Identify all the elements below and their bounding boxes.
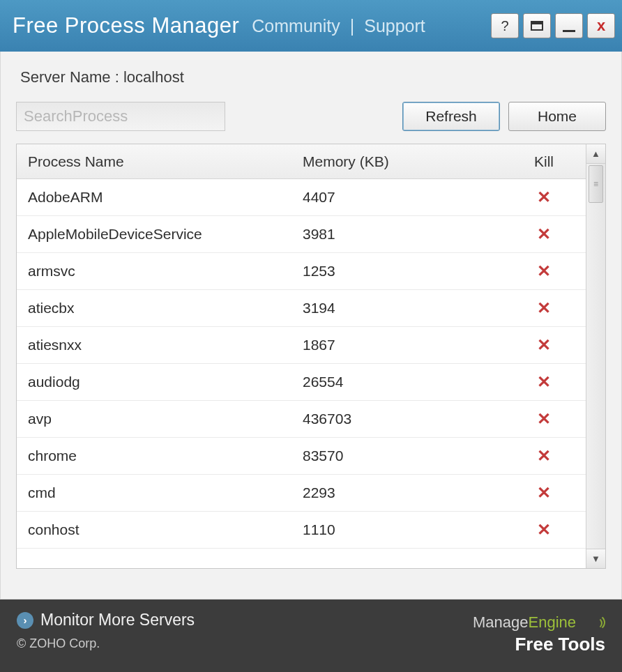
table-row: avp436703✕ <box>17 401 586 438</box>
header-kill[interactable]: Kill <box>512 153 586 170</box>
community-link[interactable]: Community <box>252 16 340 36</box>
scroll-thumb[interactable] <box>589 165 603 203</box>
kill-button[interactable]: ✕ <box>537 188 551 207</box>
kill-button[interactable]: ✕ <box>537 446 551 466</box>
cell-memory: 83570 <box>303 448 512 464</box>
minimize-icon <box>563 30 575 32</box>
chevron-right-icon: › <box>17 612 33 629</box>
brand-manage: Manage <box>473 613 529 631</box>
header-process-name[interactable]: Process Name <box>17 153 303 170</box>
cell-process-name: chrome <box>17 448 303 464</box>
server-value: localhost <box>123 68 184 86</box>
help-button[interactable]: ? <box>491 13 519 38</box>
header-memory[interactable]: Memory (KB) <box>303 153 512 170</box>
cell-memory: 4407 <box>303 189 512 206</box>
table-row: AdobeARM4407✕ <box>17 179 586 216</box>
main-body: Server Name : localhost Refresh Home Pro… <box>0 52 622 600</box>
scroll-down-button[interactable]: ▼ <box>586 549 605 568</box>
swirl-icon <box>580 614 605 632</box>
copyright: © ZOHO Corp. <box>17 636 473 651</box>
brand-subtitle: Free Tools <box>473 634 605 655</box>
kill-button[interactable]: ✕ <box>537 520 551 540</box>
cell-memory: 1867 <box>303 337 512 353</box>
kill-button[interactable]: ✕ <box>537 372 551 392</box>
scrollbar: ▲ ▼ <box>586 144 605 568</box>
kill-button[interactable]: ✕ <box>537 261 551 281</box>
table-row: atiesnxx1867✕ <box>17 327 586 364</box>
refresh-button[interactable]: Refresh <box>402 102 500 131</box>
cell-process-name: audiodg <box>17 374 303 390</box>
table-row: atiecbx3194✕ <box>17 290 586 327</box>
home-button[interactable]: Home <box>508 102 606 131</box>
table-row: audiodg26554✕ <box>17 364 586 401</box>
brand-engine: Engine <box>528 613 576 631</box>
table-row: armsvc1253✕ <box>17 253 586 290</box>
monitor-servers-label: Monitor More Servers <box>40 611 195 629</box>
table-body: AdobeARM4407✕AppleMobileDeviceService398… <box>17 179 586 549</box>
maximize-button[interactable] <box>523 13 551 38</box>
process-table: Process Name Memory (KB) Kill AdobeARM44… <box>16 144 606 569</box>
window-controls: ? x <box>491 13 615 38</box>
cell-memory: 1110 <box>303 521 512 538</box>
footer-right: ManageEngine Free Tools <box>473 611 605 655</box>
cell-memory: 1253 <box>303 263 512 280</box>
cell-process-name: avp <box>17 411 303 427</box>
footer-left: › Monitor More Servers © ZOHO Corp. <box>17 611 473 651</box>
titlebar-links: Community | Support <box>252 16 425 36</box>
search-input[interactable] <box>16 102 225 131</box>
table-header: Process Name Memory (KB) Kill <box>17 144 586 179</box>
cell-process-name: armsvc <box>17 263 303 280</box>
close-button[interactable]: x <box>587 13 615 38</box>
toolbar: Refresh Home <box>16 102 606 131</box>
kill-button[interactable]: ✕ <box>537 335 551 355</box>
cell-memory: 436703 <box>303 411 512 427</box>
server-label: Server Name : <box>20 68 119 86</box>
support-link[interactable]: Support <box>364 16 425 36</box>
cell-process-name: AppleMobileDeviceService <box>17 226 303 243</box>
table-row: chrome83570✕ <box>17 438 586 475</box>
footer: › Monitor More Servers © ZOHO Corp. Mana… <box>0 600 622 672</box>
table-content: Process Name Memory (KB) Kill AdobeARM44… <box>17 144 586 568</box>
cell-memory: 26554 <box>303 374 512 390</box>
scroll-up-button[interactable]: ▲ <box>586 144 605 164</box>
cell-process-name: atiesnxx <box>17 337 303 353</box>
table-row: conhost1110✕ <box>17 512 586 549</box>
link-separator: | <box>350 16 355 36</box>
minimize-button[interactable] <box>555 13 583 38</box>
cell-process-name: cmd <box>17 484 303 501</box>
kill-button[interactable]: ✕ <box>537 224 551 244</box>
server-name-label: Server Name : localhost <box>20 68 606 86</box>
cell-memory: 2293 <box>303 484 512 501</box>
app-title: Free Process Manager <box>13 13 239 38</box>
brand-name: ManageEngine <box>473 613 605 632</box>
monitor-servers-link[interactable]: › Monitor More Servers <box>17 611 473 629</box>
table-row: cmd2293✕ <box>17 475 586 512</box>
scroll-track[interactable] <box>586 164 605 549</box>
cell-process-name: atiecbx <box>17 300 303 316</box>
cell-process-name: conhost <box>17 521 303 538</box>
table-row: AppleMobileDeviceService3981✕ <box>17 216 586 253</box>
cell-process-name: AdobeARM <box>17 189 303 206</box>
cell-memory: 3981 <box>303 226 512 243</box>
kill-button[interactable]: ✕ <box>537 298 551 318</box>
maximize-icon <box>531 21 543 31</box>
kill-button[interactable]: ✕ <box>537 483 551 503</box>
cell-memory: 3194 <box>303 300 512 316</box>
titlebar: Free Process Manager Community | Support… <box>0 0 622 52</box>
kill-button[interactable]: ✕ <box>537 409 551 429</box>
